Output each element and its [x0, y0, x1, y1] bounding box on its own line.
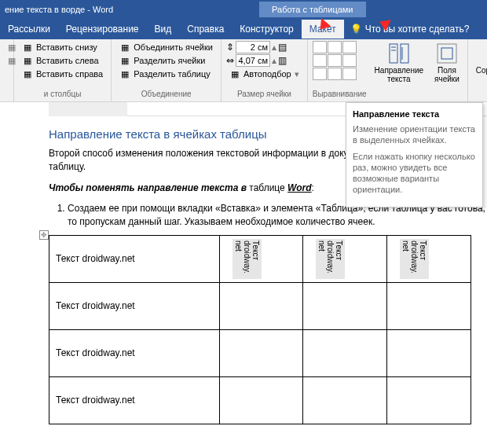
group-merge: ▦Объединить ячейки ▦Разделить ячейки ▦Ра… [112, 39, 222, 101]
table-cell[interactable] [387, 376, 471, 424]
group-rows-columns: ▦ ▦ [0, 39, 14, 101]
table-row: Текст droidway.net Текст droidway. net Т… [49, 235, 471, 282]
table-move-handle[interactable]: ✥ [39, 230, 49, 240]
group-alignment: Выравнивание Направление текста Поля яче… [308, 39, 468, 101]
align-tr[interactable] [342, 41, 357, 53]
window-title: ение текста в ворде - Word [0, 5, 118, 14]
table-cell[interactable] [387, 329, 471, 376]
partial-button[interactable]: ▦ [5, 54, 11, 67]
svg-rect-3 [441, 48, 452, 59]
table-cell[interactable]: Текст droidway.net [49, 235, 220, 282]
table-row: Текст droidway.net [49, 282, 471, 329]
insert-left-icon: ▦ [22, 55, 33, 66]
align-ml[interactable] [313, 54, 327, 67]
table-icon: ▦ [8, 42, 16, 53]
ribbon-tabs: Рассылки Рецензирование Вид Справка Конс… [0, 19, 487, 39]
row-height-input[interactable] [236, 41, 270, 53]
tooltip-text: Изменение ориентации текста в выделенных… [353, 123, 476, 146]
tab-design[interactable]: Конструктор [232, 20, 301, 39]
col-width-input[interactable] [236, 54, 270, 67]
svg-rect-2 [438, 44, 456, 63]
insert-right-icon: ▦ [22, 68, 33, 79]
distribute-cols-icon[interactable]: ▥ [278, 55, 287, 66]
group-label: Объединение [116, 90, 216, 100]
align-bc[interactable] [328, 68, 342, 80]
table-row: Текст droidway.net [49, 329, 471, 376]
tooltip-title: Направление текста [353, 109, 476, 119]
group-label: Выравнивание [313, 90, 367, 100]
text-direction-button[interactable]: Направление текста [372, 41, 427, 85]
group-label: и столбцы [19, 90, 106, 100]
tab-mailings[interactable]: Рассылки [0, 20, 58, 39]
insert-left-button[interactable]: ▦Вставить слева [19, 54, 106, 67]
context-tab-table-tools: Работа с таблицами [259, 2, 365, 17]
autofit-button[interactable]: ▦Автоподбор▾ [226, 68, 302, 80]
alignment-grid [313, 41, 367, 80]
split-icon: ▦ [119, 55, 130, 66]
merge-cells-button[interactable]: ▦Объединить ячейки [116, 41, 216, 53]
table-cell[interactable] [303, 329, 387, 376]
tab-view[interactable]: Вид [147, 20, 180, 39]
tab-layout[interactable]: Макет [302, 20, 344, 39]
split-table-icon: ▦ [119, 68, 130, 79]
align-tl[interactable] [313, 41, 327, 53]
cell-margins-button[interactable]: Поля ячейки [431, 41, 463, 85]
title-bar: ение текста в ворде - Word Работа с табл… [0, 0, 487, 19]
group-label: Размер ячейки [226, 90, 302, 100]
align-mc[interactable] [328, 54, 342, 67]
tell-me-search[interactable]: 💡 Что вы хотите сделать? [350, 24, 470, 35]
table-cell[interactable] [219, 376, 303, 424]
insert-right-button[interactable]: ▦Вставить справа [19, 68, 106, 80]
col-width-icon: ⇔ [226, 55, 234, 66]
table-cell[interactable]: Текст droidway.net [49, 329, 220, 376]
row-height-icon: ⇕ [226, 42, 234, 53]
tab-help[interactable]: Справка [179, 20, 232, 39]
table-cell[interactable] [219, 329, 303, 376]
align-br[interactable] [342, 68, 357, 80]
table-cell[interactable]: Текст droidway.net [49, 282, 220, 329]
table-icon: ▦ [8, 55, 16, 66]
distribute-rows-icon[interactable]: ▤ [278, 42, 287, 53]
cell-margins-icon [436, 42, 458, 64]
group-cell-size: ⇕ ▴ ▤ ⇔ ▴ ▥ ▦Автоподбор▾ Размер ячейки [222, 39, 308, 101]
autofit-icon: ▦ [229, 68, 240, 79]
insert-below-icon: ▦ [22, 42, 33, 53]
group-data: A↓ Сортировка [468, 39, 487, 101]
table-cell[interactable]: Текст droidway.net [49, 376, 220, 424]
table-row: Текст droidway.net [49, 376, 471, 424]
lightbulb-icon: 💡 [350, 24, 362, 35]
text-direction-icon [388, 42, 410, 64]
text-direction-tooltip: Направление текста Изменение ориентации … [346, 102, 483, 207]
stepper-icon[interactable]: ▴ [272, 55, 276, 66]
align-tc[interactable] [328, 41, 342, 53]
table-cell[interactable]: Текст droidway. net [303, 235, 387, 282]
table-cell[interactable] [303, 376, 387, 424]
table-cell[interactable] [219, 282, 303, 329]
sort-button[interactable]: A↓ Сортировка [473, 41, 487, 76]
tooltip-text: Если нажать кнопку несколько раз, можно … [353, 151, 476, 196]
table-cell[interactable] [387, 282, 471, 329]
partial-button[interactable]: ▦ [5, 41, 11, 53]
merge-icon: ▦ [119, 42, 130, 53]
split-table-button[interactable]: ▦Разделить таблицу [116, 68, 216, 80]
split-cells-button[interactable]: ▦Разделить ячейки [116, 54, 216, 67]
stepper-icon[interactable]: ▴ [272, 42, 276, 53]
insert-below-button[interactable]: ▦Вставить снизу [19, 41, 106, 53]
table-cell[interactable]: Текст droidway. net [219, 235, 303, 282]
table-cell[interactable] [303, 282, 387, 329]
document-table[interactable]: Текст droidway.net Текст droidway. net Т… [49, 235, 471, 424]
align-bl[interactable] [313, 68, 327, 80]
table-cell[interactable]: Текст droidway. net [387, 235, 471, 282]
group-insert: ▦Вставить снизу ▦Вставить слева ▦Вставит… [14, 39, 112, 101]
tab-review[interactable]: Рецензирование [58, 20, 147, 39]
align-mr[interactable] [342, 54, 357, 67]
ribbon: ▦ ▦ ▦Вставить снизу ▦Вставить слева ▦Вст… [0, 39, 487, 102]
